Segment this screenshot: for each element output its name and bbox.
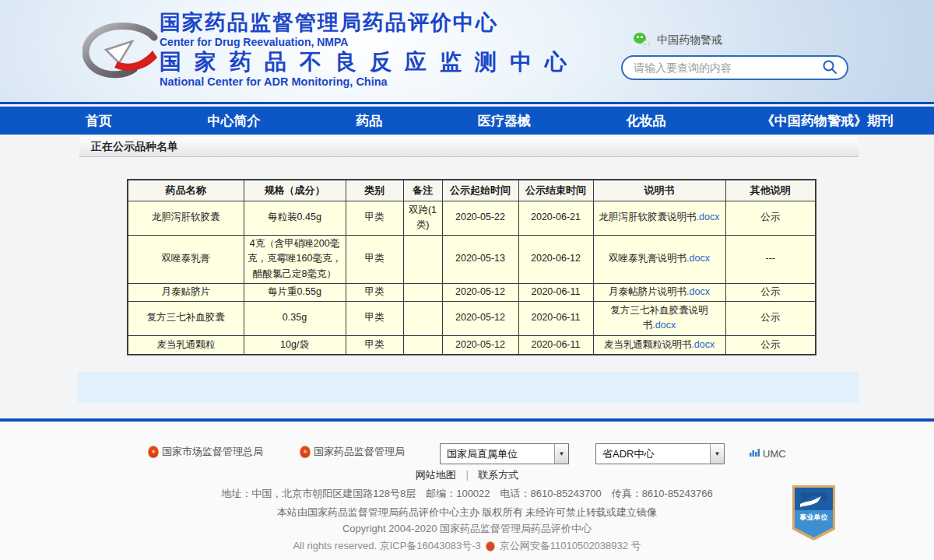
site-subtitle-en: Center for Drug Reevaluation, NMPA [160, 36, 580, 49]
link-label: 国家药品监督管理局 [314, 445, 405, 459]
cell-other: 公示 [725, 201, 816, 235]
search-box [621, 55, 848, 80]
doc-download-link[interactable]: 复方三七补血胶囊说明书.docx [593, 301, 725, 335]
wechat-label: 中国药物警戒 [657, 33, 722, 47]
search-icon [822, 59, 837, 77]
cell-start-date: 2020-05-12 [442, 301, 518, 335]
cell-end-date: 2020-06-11 [518, 301, 593, 335]
cell-category: 甲类 [346, 301, 403, 335]
empty-info-band [78, 372, 859, 403]
adr-subtitle-en: National Center for ADR Monitoring, Chin… [160, 75, 580, 89]
doc-download-link[interactable]: 龙胆泻肝软胶囊说明书.docx [593, 201, 725, 235]
doc-download-link[interactable]: 双唑泰乳膏说明书.docx [593, 235, 725, 283]
wechat-link[interactable]: 中国药物警戒 [634, 33, 722, 48]
cell-drug-name: 麦当乳通颗粒 [128, 335, 244, 355]
cell-note [403, 335, 442, 355]
national-emblem-icon: ★ [300, 446, 311, 458]
doc-name: 双唑泰乳膏说明书 [609, 253, 686, 264]
chevron-down-icon: ▼ [554, 444, 568, 464]
adr-title-cn: 国家药品不良反应监测中心 [160, 49, 580, 75]
cell-note: 双跨(1类) [403, 201, 442, 235]
select-province-adr[interactable]: 省ADR中心 ▼ [595, 443, 725, 464]
doc-name: 龙胆泻肝软胶囊说明书 [599, 212, 697, 222]
nav-item-journal[interactable]: 《中国药物警戒》期刊 [761, 112, 894, 130]
cell-spec: 4克（含甲硝唑200毫克，克霉唑160毫克，醋酸氯己定8毫克） [244, 235, 346, 283]
nav-item-about[interactable]: 中心简介 [208, 112, 261, 130]
page-title: 正在公示品种名单 [91, 140, 178, 154]
public-institution-badge[interactable]: 事业单位 [792, 485, 835, 541]
site-header: 国家药品监督管理局药品评价中心 Center for Drug Reevalua… [0, 0, 934, 104]
wechat-icon [634, 33, 651, 48]
sitemap-link[interactable]: 网站地图 [416, 469, 456, 481]
nav-item-drugs[interactable]: 药品 [356, 112, 382, 130]
cell-note [403, 235, 442, 283]
cell-spec: 10g/袋 [244, 335, 346, 355]
cell-end-date: 2020-06-12 [518, 235, 593, 283]
doc-ext: .docx [652, 320, 676, 331]
doc-ext: .docx [697, 212, 720, 222]
cell-other: 公示 [725, 301, 816, 335]
site-title-cn: 国家药品监督管理局药品评价中心 [160, 9, 580, 36]
cell-note [403, 283, 442, 301]
cell-start-date: 2020-05-12 [442, 283, 518, 301]
col-header-doc: 说明书 [593, 180, 725, 201]
doc-ext: .docx [691, 339, 715, 350]
contact-link[interactable]: 联系方式 [478, 469, 518, 481]
badge-shield-icon: 事业单位 [795, 488, 833, 537]
link-samr[interactable]: ★ 国家市场监督管理总局 [148, 445, 263, 459]
cell-end-date: 2020-06-11 [518, 335, 593, 355]
badge-label: 事业单位 [795, 513, 833, 523]
cell-other: 公示 [725, 283, 816, 301]
breadcrumb: 正在公示品种名单 [79, 137, 859, 157]
doc-download-link[interactable]: 麦当乳通颗粒说明书.docx [593, 335, 725, 355]
police-record-link[interactable]: 京公网安备11010502038932 号 [500, 539, 641, 553]
main-nav: 首页 中心简介 药品 医疗器械 化妆品 《中国药物警戒》期刊 [0, 107, 934, 135]
rights-line: All rights reserved. 京ICP备16043083号-3 京公… [0, 539, 934, 553]
doc-name: 月泰帖脐片说明书 [609, 286, 686, 297]
col-header-category: 类别 [346, 180, 403, 201]
main-content: 正在公示品种名单 药品名称 规格（成分） 类别 备注 公示起始时间 公示结束时间… [0, 135, 934, 418]
doc-name: 麦当乳通颗粒说明书 [604, 339, 692, 350]
site-titles: 国家药品监督管理局药品评价中心 Center for Drug Reevalua… [160, 9, 580, 89]
col-header-other: 其他说明 [725, 180, 816, 201]
doc-download-link[interactable]: 月泰帖脐片说明书.docx [593, 283, 725, 301]
divider: ｜ [462, 469, 472, 481]
cell-spec: 每片重0.55g [244, 283, 346, 301]
search-button[interactable] [820, 58, 839, 77]
cell-drug-name: 双唑泰乳膏 [128, 235, 244, 283]
sitemap-contact-row: 网站地图｜联系方式 [0, 468, 934, 482]
link-nmpa[interactable]: ★ 国家药品监督管理局 [300, 445, 405, 459]
table-row: 复方三七补血胶囊 0.35g 甲类 2020-05-12 2020-06-11 … [128, 301, 816, 335]
cell-other: --- [725, 235, 816, 283]
nav-item-home[interactable]: 首页 [86, 112, 112, 130]
select-national-units[interactable]: 国家局直属单位 ▼ [440, 443, 569, 464]
col-header-end: 公示结束时间 [518, 180, 593, 201]
table-header-row: 药品名称 规格（成分） 类别 备注 公示起始时间 公示结束时间 说明书 其他说明 [128, 180, 816, 201]
umc-label: UMC [763, 448, 786, 460]
doc-ext: .docx [686, 286, 710, 297]
table-row: 龙胆泻肝软胶囊 每粒装0.45g 甲类 双跨(1类) 2020-05-22 20… [128, 201, 816, 235]
col-header-note: 备注 [403, 180, 442, 201]
cell-category: 甲类 [346, 335, 403, 355]
table-row: 双唑泰乳膏 4克（含甲硝唑200毫克，克霉唑160毫克，醋酸氯己定8毫克） 甲类… [128, 235, 816, 283]
great-wall-icon [799, 492, 828, 513]
link-umc[interactable]: UMC [749, 446, 786, 460]
col-header-start: 公示起始时间 [442, 180, 518, 201]
nav-item-cosmetics[interactable]: 化妆品 [626, 112, 665, 130]
col-header-name: 药品名称 [128, 180, 244, 201]
cell-start-date: 2020-05-13 [442, 235, 518, 283]
cell-drug-name: 龙胆泻肝软胶囊 [128, 201, 244, 235]
cell-spec: 每粒装0.45g [244, 201, 346, 235]
table-row: 麦当乳通颗粒 10g/袋 甲类 2020-05-12 2020-06-11 麦当… [128, 335, 816, 355]
chevron-down-icon: ▼ [710, 444, 724, 464]
doc-ext: .docx [686, 253, 710, 264]
police-badge-icon [486, 541, 495, 551]
search-input[interactable] [634, 61, 820, 74]
select-value: 省ADR中心 [596, 447, 710, 461]
cell-drug-name: 复方三七补血胶囊 [128, 301, 244, 335]
site-footer: ★ 国家市场监督管理总局 ★ 国家药品监督管理局 国家局直属单位 ▼ 省ADR中… [0, 418, 934, 560]
nav-item-devices[interactable]: 医疗器械 [478, 112, 531, 130]
public-notice-table: 药品名称 规格（成分） 类别 备注 公示起始时间 公示结束时间 说明书 其他说明… [127, 179, 816, 355]
cdr-logo [83, 22, 162, 87]
cell-end-date: 2020-06-11 [518, 283, 593, 301]
